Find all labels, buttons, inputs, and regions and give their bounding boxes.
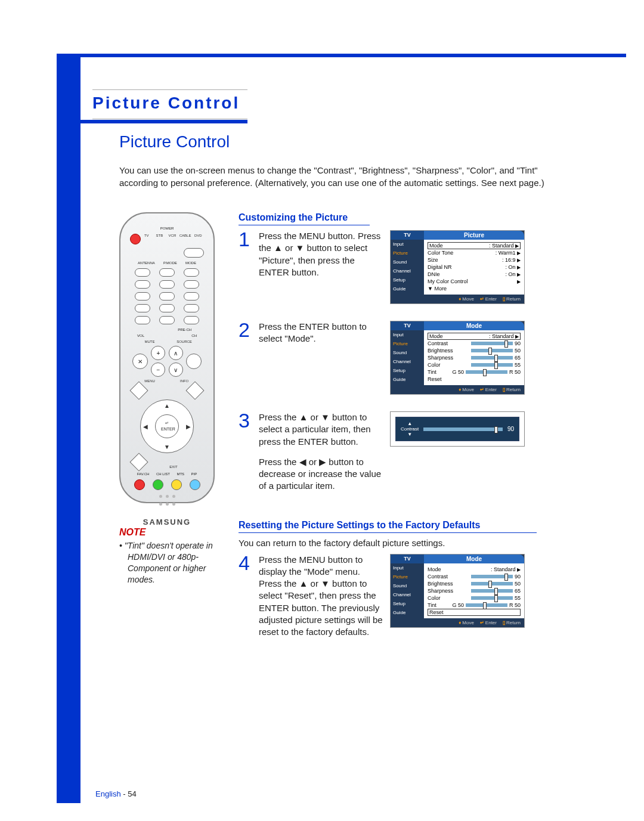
num-0 xyxy=(159,316,175,324)
antenna-button xyxy=(135,268,150,277)
osd-panel: Mode: Standard ▶ Color Tone: Warm1 ▶ Siz… xyxy=(424,240,524,295)
source-button xyxy=(186,354,202,369)
mode-dvd: DVD xyxy=(192,234,204,244)
row-more: ▼ More xyxy=(428,286,447,292)
row-mycolor: My Color Control xyxy=(428,278,468,284)
brand-logo: SAMSUNG xyxy=(124,518,210,526)
num-7 xyxy=(135,304,150,312)
contrast-slider xyxy=(423,427,503,431)
dash-button xyxy=(135,316,150,324)
footer-page-number: - 54 xyxy=(123,789,136,798)
num-6 xyxy=(184,292,199,300)
osd-nav-2: Input Picture Sound Channel Setup Guide xyxy=(391,330,424,385)
enter-button: ↵ENTER xyxy=(161,420,173,432)
note-heading: NOTE xyxy=(119,527,221,538)
osd-screen-mode: TV Mode Input Picture Sound Channel Setu… xyxy=(390,321,525,395)
osd-footer-2: ♦Move ↵Enter ▯Return xyxy=(391,385,524,394)
osd-tv-label: TV xyxy=(391,231,424,240)
chapter-title: Picture Control xyxy=(92,89,247,119)
section-customize-heading: Customizing the Picture xyxy=(239,212,370,225)
section-reset-heading: Resetting the Picture Settings to the Fa… xyxy=(239,520,537,533)
step-number-2: 2 xyxy=(239,321,253,339)
step-2: 2 Press the ENTER button to select "Mode… xyxy=(239,321,561,395)
step-number-4: 4 xyxy=(239,554,253,572)
osd-tv-label-2: TV xyxy=(391,321,424,330)
step-3b: Press the ◀ or ▶ button to decrease or i… xyxy=(259,456,384,492)
prech-button xyxy=(184,316,199,324)
remote-control-illustration: POWER TV STB VCR CABLE DVD ANTENNA P.MOD… xyxy=(119,212,215,503)
intro-paragraph: You can use the on-screen menus to chang… xyxy=(119,165,561,189)
step-3-text: Press the ▲ or ▼ button to select a part… xyxy=(259,411,384,492)
osd-title-picture: Picture xyxy=(424,231,524,240)
row-dnie: DNIe xyxy=(428,271,440,277)
chlist-button xyxy=(153,479,163,490)
nav-ring: ▲ ▼ ◀ ▶ ↵ENTER xyxy=(140,399,194,453)
footer-language: English xyxy=(95,789,121,798)
osd-nav: Input Picture Sound Channel Setup Guide xyxy=(391,240,424,295)
mute-label: MUTE xyxy=(132,340,167,343)
osd-nav-picture: Picture xyxy=(391,249,424,258)
reset-row-highlight: Reset xyxy=(429,609,444,615)
osd-nav-4: Input Picture Sound Channel Setup Guide xyxy=(391,563,424,618)
page-footer: English - 54 xyxy=(95,789,137,798)
num-5 xyxy=(159,292,175,300)
ch-down: ∨ xyxy=(169,363,183,377)
osd-nav-channel: Channel xyxy=(391,267,424,275)
mts-button xyxy=(171,479,182,490)
antenna-label: ANTENNA xyxy=(138,261,155,265)
osd-nav-sound: Sound xyxy=(391,258,424,267)
mode-tv: TV xyxy=(141,234,153,244)
page-title: Picture Control xyxy=(119,132,230,151)
chlist-label: CH LIST xyxy=(156,472,170,476)
step-4: 4 Press the MENU button to display the "… xyxy=(239,554,561,639)
row-mode: Mode xyxy=(429,243,443,249)
mode-stb: STB xyxy=(154,234,166,244)
power-label: POWER xyxy=(160,227,174,230)
osd-tv-label-4: TV xyxy=(391,554,424,563)
mode-label: MODE xyxy=(185,261,196,265)
row-digitalnr: Digital NR xyxy=(428,264,452,270)
osd-title-mode: Mode xyxy=(424,321,524,330)
step-1: 1 Press the MENU button. Press the ▲ or … xyxy=(239,230,561,304)
decorative-dots-2 xyxy=(124,503,210,506)
row-colortone: Color Tone xyxy=(428,250,453,256)
note-block: NOTE • "Tint" doesn't operate in HDMI/DV… xyxy=(119,527,221,585)
num-3 xyxy=(184,280,199,289)
num-9 xyxy=(184,304,199,312)
pmode-label: P.MODE xyxy=(163,261,177,265)
mode-vcr: VCR xyxy=(166,234,178,244)
mode-brightness: Brightness xyxy=(428,348,453,354)
pmode-button xyxy=(159,268,175,277)
menu-button xyxy=(129,381,148,399)
osd-nav-input: Input xyxy=(391,240,424,249)
mode-cable: CABLE xyxy=(179,234,191,244)
chapter-header: Picture Control xyxy=(92,89,247,119)
osd-footer: ♦Move ↵Enter ▯Return xyxy=(391,295,524,303)
osd-panel-reset: Mode: Standard ▶ Contrast90 Brightness50… xyxy=(424,563,524,618)
step-number-3: 3 xyxy=(239,411,253,430)
header-rule-horizontal xyxy=(57,54,626,57)
num-8 xyxy=(159,304,175,312)
step-1-text: Press the MENU button. Press the ▲ or ▼ … xyxy=(259,230,384,278)
mode-sharpness: Sharpness xyxy=(428,355,453,361)
num-2 xyxy=(159,280,175,289)
mode-mode-row: Mode xyxy=(429,333,443,339)
note-body: • "Tint" doesn't operate in HDMI/DVI or … xyxy=(119,540,221,585)
ch-label: CH xyxy=(191,334,197,337)
vol-up: + xyxy=(151,346,165,360)
osd-screen-picture: TV Picture Input Picture Sound Channel S… xyxy=(390,230,525,304)
osd-panel-mode: Mode: Standard ▶ Contrast90 Brightness50… xyxy=(424,330,524,385)
source-label: SOURCE xyxy=(167,340,202,343)
down-arrow-icon: ▼ xyxy=(164,444,170,450)
osd-title-mode-4: Mode xyxy=(424,554,524,563)
exit-label: EXIT xyxy=(145,465,202,469)
mode-reset: Reset xyxy=(428,376,442,382)
left-arrow-icon: ◀ xyxy=(143,423,148,430)
num-4 xyxy=(135,292,150,300)
mode-tint: Tint xyxy=(428,369,436,375)
step-2-text: Press the ENTER button to select "Mode". xyxy=(259,321,384,345)
osd-contrast-popup: ▲Contrast▼ 90 xyxy=(390,411,525,447)
ch-up: ∧ xyxy=(169,346,183,360)
osd-nav-guide: Guide xyxy=(391,284,424,293)
contrast-label: Contrast xyxy=(401,426,419,432)
